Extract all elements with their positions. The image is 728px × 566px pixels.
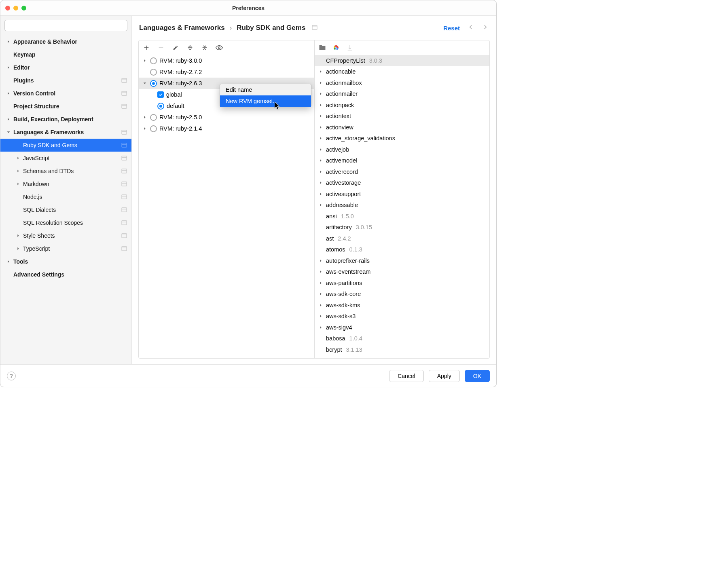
chevron-right-icon[interactable] <box>318 114 324 118</box>
show-icon[interactable] <box>216 44 223 51</box>
gem-row[interactable]: aws-sigv4 <box>315 322 489 333</box>
chevron-right-icon[interactable] <box>318 148 324 152</box>
help-icon[interactable]: ? <box>7 372 16 380</box>
sidebar-item-schemas-and-dtds[interactable]: Schemas and DTDs <box>0 165 131 177</box>
settings-tree[interactable]: Appearance & BehaviorKeymapEditorPlugins… <box>0 35 131 364</box>
gem-row[interactable]: activerecord <box>315 166 489 177</box>
collapse-all-icon[interactable] <box>201 44 208 51</box>
chevron-down-icon[interactable] <box>142 81 148 85</box>
chevron-right-icon[interactable] <box>318 303 324 307</box>
chevron-right-icon[interactable] <box>318 325 324 329</box>
ok-button[interactable]: OK <box>465 370 490 382</box>
sidebar-item-style-sheets[interactable]: Style Sheets <box>0 229 131 242</box>
gem-row[interactable]: bcrypt3.1.13 <box>315 344 489 355</box>
sdk-row[interactable]: RVM: ruby-3.0.0 <box>139 55 314 66</box>
gem-row[interactable]: actiontext <box>315 111 489 122</box>
gem-row[interactable]: addressable <box>315 200 489 211</box>
apply-button[interactable]: Apply <box>429 370 460 382</box>
sidebar-item-languages-frameworks[interactable]: Languages & Frameworks <box>0 126 131 139</box>
sidebar-item-node-js[interactable]: Node.js <box>0 190 131 203</box>
chevron-right-icon[interactable] <box>318 81 324 85</box>
sdk-row[interactable]: RVM: ruby-2.7.2 <box>139 66 314 78</box>
chrome-icon[interactable] <box>332 44 340 51</box>
open-folder-icon[interactable] <box>319 44 326 51</box>
chevron-right-icon[interactable] <box>318 92 324 96</box>
radio-icon[interactable] <box>150 80 157 87</box>
edit-icon[interactable] <box>172 44 179 51</box>
reset-button[interactable]: Reset <box>443 25 460 32</box>
chevron-right-icon[interactable] <box>318 259 324 263</box>
gem-row[interactable]: CFPropertyList3.0.3 <box>315 55 489 66</box>
chevron-right-icon[interactable] <box>318 103 324 107</box>
sdk-row[interactable]: RVM: ruby-2.5.0 <box>139 112 314 123</box>
gem-row[interactable]: ast2.4.2 <box>315 233 489 244</box>
sidebar-item-ruby-sdk-and-gems[interactable]: Ruby SDK and Gems <box>0 139 131 152</box>
gem-row[interactable]: atomos0.1.3 <box>315 244 489 256</box>
chevron-right-icon[interactable] <box>318 70 324 74</box>
gem-row[interactable]: actionpack <box>315 99 489 111</box>
radio-icon[interactable] <box>150 125 157 132</box>
gem-row[interactable]: aws-partitions <box>315 277 489 289</box>
chevron-right-icon[interactable] <box>142 59 148 63</box>
gem-row[interactable]: activesupport <box>315 188 489 200</box>
sidebar-item-sql-resolution-scopes[interactable]: SQL Resolution Scopes <box>0 216 131 229</box>
sidebar-item-project-structure[interactable]: Project Structure <box>0 100 131 113</box>
sidebar-item-editor[interactable]: Editor <box>0 61 131 74</box>
nav-forward-icon[interactable] <box>482 23 489 32</box>
chevron-right-icon[interactable] <box>318 158 324 163</box>
chevron-right-icon[interactable] <box>318 203 324 207</box>
radio-icon[interactable] <box>150 114 157 121</box>
sidebar-item-typescript[interactable]: TypeScript <box>0 242 131 255</box>
expand-all-icon[interactable] <box>186 44 194 51</box>
search-input[interactable] <box>4 20 127 31</box>
gem-row[interactable]: autoprefixer-rails <box>315 255 489 266</box>
gem-row[interactable]: active_storage_validations <box>315 133 489 144</box>
chevron-right-icon[interactable] <box>318 314 324 318</box>
gem-row[interactable]: activemodel <box>315 155 489 167</box>
gem-row[interactable]: actioncable <box>315 66 489 78</box>
chevron-right-icon[interactable] <box>318 270 324 274</box>
add-icon[interactable] <box>143 44 150 51</box>
gem-row[interactable]: aws-eventstream <box>315 266 489 278</box>
chevron-right-icon[interactable] <box>318 181 324 185</box>
sidebar-item-tools[interactable]: Tools <box>0 255 131 268</box>
nav-back-icon[interactable] <box>467 23 474 32</box>
chevron-right-icon[interactable] <box>318 170 324 174</box>
sdk-row[interactable]: RVM: ruby-2.1.4 <box>139 123 314 134</box>
gem-row[interactable]: actionmailer <box>315 89 489 100</box>
checkbox-icon[interactable] <box>157 91 164 98</box>
chevron-right-icon[interactable] <box>318 136 324 140</box>
sidebar-item-version-control[interactable]: Version Control <box>0 87 131 100</box>
sidebar-item-keymap[interactable]: Keymap <box>0 48 131 61</box>
gem-row[interactable]: activejob <box>315 144 489 155</box>
ctx-edit-name[interactable]: Edit name <box>220 84 311 95</box>
gem-row[interactable]: babosa1.0.4 <box>315 333 489 344</box>
gem-row[interactable]: artifactory3.0.15 <box>315 222 489 233</box>
chevron-right-icon[interactable] <box>318 292 324 296</box>
gem-list[interactable]: CFPropertyList3.0.3actioncableactionmail… <box>315 55 489 358</box>
radio-icon[interactable] <box>157 103 164 110</box>
chevron-right-icon[interactable] <box>142 127 148 131</box>
gem-row[interactable]: aws-sdk-s3 <box>315 311 489 322</box>
sidebar-item-build-execution-deployment[interactable]: Build, Execution, Deployment <box>0 113 131 126</box>
chevron-right-icon[interactable] <box>142 115 148 119</box>
sidebar-item-appearance-behavior[interactable]: Appearance & Behavior <box>0 35 131 48</box>
sidebar-item-advanced-settings[interactable]: Advanced Settings <box>0 268 131 281</box>
sidebar-item-markdown[interactable]: Markdown <box>0 177 131 190</box>
chevron-right-icon[interactable] <box>318 281 324 285</box>
chevron-right-icon[interactable] <box>318 125 324 129</box>
sidebar-item-javascript[interactable]: JavaScript <box>0 152 131 165</box>
chevron-right-icon[interactable] <box>318 192 324 196</box>
gem-row[interactable]: activestorage <box>315 177 489 189</box>
radio-icon[interactable] <box>150 69 157 76</box>
breadcrumb-parent[interactable]: Languages & Frameworks <box>139 24 225 32</box>
sidebar-item-plugins[interactable]: Plugins <box>0 74 131 87</box>
gem-row[interactable]: actionview <box>315 122 489 133</box>
gem-row[interactable]: aws-sdk-kms <box>315 300 489 311</box>
radio-icon[interactable] <box>150 57 157 64</box>
gem-row[interactable]: aws-sdk-core <box>315 289 489 300</box>
gem-row[interactable]: actionmailbox <box>315 77 489 89</box>
gem-row[interactable]: ansi1.5.0 <box>315 211 489 222</box>
sidebar-item-sql-dialects[interactable]: SQL Dialects <box>0 203 131 216</box>
cancel-button[interactable]: Cancel <box>389 370 424 382</box>
